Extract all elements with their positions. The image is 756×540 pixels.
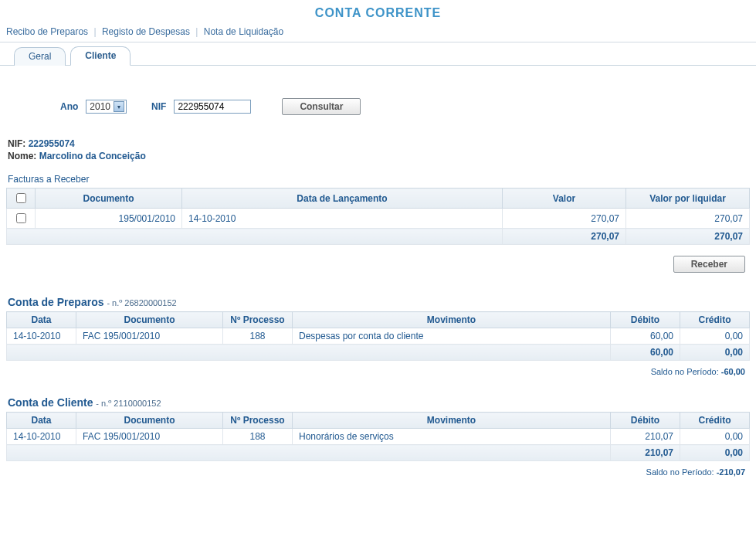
saldo-value: -60,00	[721, 367, 745, 376]
col-processo: Nº Processo	[223, 413, 293, 429]
cell-valor-liq: 270,07	[626, 209, 750, 229]
client-nif-value: 222955074	[29, 138, 75, 149]
col-processo: Nº Processo	[223, 312, 293, 328]
section-title-preparos: Conta de Preparos - n.º 26820000152	[6, 276, 750, 311]
saldo-value: -210,07	[717, 467, 745, 477]
ano-value: 2010	[90, 101, 110, 112]
col-movimento: Movimento	[293, 312, 611, 328]
separator: |	[90, 26, 99, 37]
chevron-down-icon: ▾	[114, 101, 124, 112]
link-recibo-preparos[interactable]: Recibo de Preparos	[6, 26, 88, 37]
col-valor: Valor	[503, 188, 626, 209]
tab-geral[interactable]: Geral	[14, 47, 66, 66]
col-valor-liq: Valor por liquidar	[626, 188, 750, 209]
table-total-row: 210,07 0,00	[7, 445, 750, 461]
preparos-saldo: Saldo no Período: -60,00	[6, 361, 750, 376]
table-preparos: Data Documento Nº Processo Movimento Déb…	[6, 311, 750, 361]
cliente-saldo: Saldo no Período: -210,07	[6, 461, 750, 477]
col-documento: Documento	[76, 312, 223, 328]
tab-bar: Geral Cliente	[0, 42, 756, 66]
section-title-facturas: Facturas a Receber	[6, 166, 750, 188]
page-title: CONTA CORRENTE	[0, 0, 756, 23]
col-data: Data	[7, 312, 76, 328]
cliente-sub: - n.º 2110000152	[96, 399, 161, 408]
link-nota-liquidacao[interactable]: Nota de Liquidação	[204, 26, 283, 37]
total-credito: 0,00	[680, 445, 750, 461]
cell-debito: 60,00	[611, 328, 680, 345]
content-area: Ano 2010 ▾ NIF Consultar NIF: 222955074 …	[0, 66, 756, 487]
preparos-sub: - n.º 26820000152	[107, 298, 176, 307]
cell-valor: 270,07	[503, 209, 626, 229]
link-documento[interactable]: 195/001/2010	[119, 213, 175, 224]
col-data: Data	[7, 413, 76, 429]
total-debito: 60,00	[611, 345, 680, 361]
table-row: 195/001/2010 14-10-2010 270,07 270,07	[7, 209, 750, 229]
col-credito: Crédito	[680, 413, 750, 429]
section-title-cliente: Conta de Cliente - n.º 2110000152	[6, 376, 750, 412]
client-nif-label: NIF:	[8, 138, 25, 149]
client-nome-value: Marcolino da Conceição	[39, 151, 146, 161]
consultar-button[interactable]: Consultar	[282, 98, 361, 115]
col-documento: Documento	[36, 188, 182, 209]
link-documento[interactable]: FAC 195/001/2010	[83, 431, 160, 442]
table-total-row: 270,07 270,07	[7, 229, 750, 245]
checkbox-select-all[interactable]	[16, 193, 26, 203]
table-header-row: Data Documento Nº Processo Movimento Déb…	[7, 413, 750, 429]
facturas-actions: Receber	[6, 245, 750, 276]
receber-button[interactable]: Receber	[673, 256, 745, 273]
total-valor-liq: 270,07	[626, 229, 750, 245]
separator: |	[192, 26, 201, 37]
ano-label: Ano	[60, 101, 78, 112]
total-debito: 210,07	[611, 445, 680, 461]
saldo-label: Saldo no Período:	[646, 467, 714, 477]
cell-credito: 0,00	[680, 429, 750, 445]
cell-credito: 0,00	[680, 328, 750, 345]
checkbox-row[interactable]	[16, 213, 26, 223]
cell-data: 14-10-2010	[182, 209, 503, 229]
table-facturas: Documento Data de Lançamento Valor Valor…	[6, 188, 750, 245]
saldo-label: Saldo no Período:	[651, 367, 719, 376]
col-credito: Crédito	[680, 312, 750, 328]
total-valor: 270,07	[503, 229, 626, 245]
breadcrumb: Recibo de Preparos | Registo de Despesas…	[0, 23, 756, 42]
table-header-row: Data Documento Nº Processo Movimento Déb…	[7, 312, 750, 328]
col-movimento: Movimento	[293, 413, 611, 429]
nif-input[interactable]	[174, 100, 251, 114]
cell-processo: 188	[223, 328, 293, 345]
col-data: Data de Lançamento	[182, 188, 503, 209]
table-total-row: 60,00 0,00	[7, 345, 750, 361]
search-form: Ano 2010 ▾ NIF Consultar	[6, 70, 750, 137]
table-row: 14-10-2010 FAC 195/001/2010 188 Honorári…	[7, 429, 750, 445]
table-cliente: Data Documento Nº Processo Movimento Déb…	[6, 412, 750, 461]
col-documento: Documento	[76, 413, 223, 429]
col-debito: Débito	[611, 312, 680, 328]
cell-data: 14-10-2010	[7, 328, 76, 345]
col-debito: Débito	[611, 413, 680, 429]
ano-select[interactable]: 2010 ▾	[86, 100, 127, 114]
table-header-row: Documento Data de Lançamento Valor Valor…	[7, 188, 750, 209]
cell-data: 14-10-2010	[7, 429, 76, 445]
client-nome-label: Nome:	[8, 151, 36, 161]
client-info: NIF: 222955074 Nome: Marcolino da Concei…	[6, 137, 750, 166]
nif-label: NIF	[151, 101, 166, 112]
link-registo-despesas[interactable]: Registo de Despesas	[102, 26, 190, 37]
cell-movimento: Despesas por conta do cliente	[293, 328, 611, 345]
cell-movimento: Honorários de serviços	[293, 429, 611, 445]
total-credito: 0,00	[680, 345, 750, 361]
cell-processo: 188	[223, 429, 293, 445]
tab-cliente[interactable]: Cliente	[70, 46, 131, 66]
table-row: 14-10-2010 FAC 195/001/2010 188 Despesas…	[7, 328, 750, 345]
cell-debito: 210,07	[611, 429, 680, 445]
preparos-title: Conta de Preparos	[8, 296, 103, 308]
link-documento[interactable]: FAC 195/001/2010	[83, 331, 160, 341]
cliente-title: Conta de Cliente	[8, 396, 93, 409]
